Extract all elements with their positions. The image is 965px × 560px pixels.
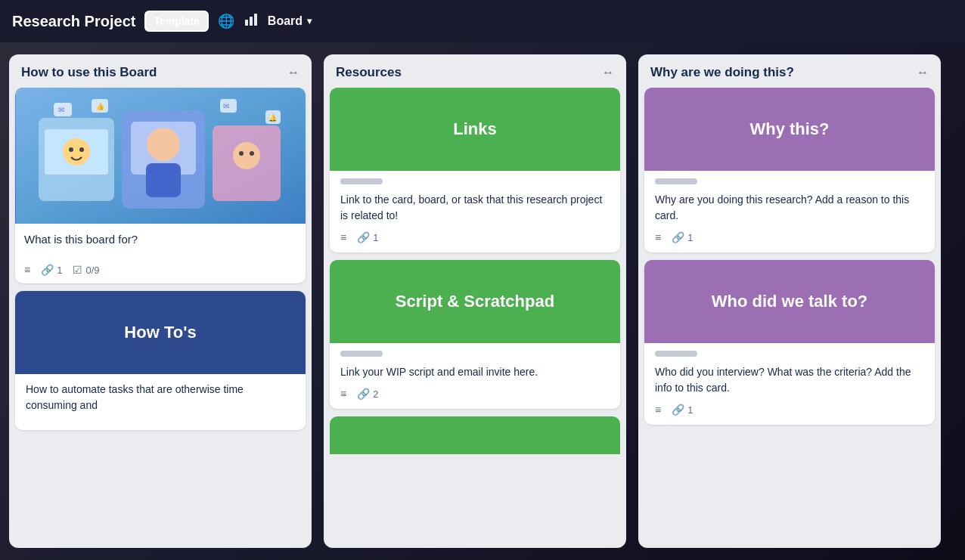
column-content-2: Links Link to the card, board, or task t… bbox=[324, 88, 626, 548]
card-description-meta: ≡ bbox=[24, 264, 30, 276]
attachment-icon-3: 🔗 bbox=[357, 388, 370, 400]
attachment-icon: 🔗 bbox=[41, 264, 54, 276]
template-badge[interactable]: Template bbox=[144, 11, 208, 32]
svg-point-15 bbox=[239, 151, 244, 156]
card-howtos-title: How To's bbox=[124, 322, 196, 344]
card-whotalked-body: Who did you interview? What was the crit… bbox=[644, 343, 935, 425]
chevron-down-icon: ▾ bbox=[307, 16, 312, 26]
card-links-body: Link to the card, board, or task that th… bbox=[330, 171, 620, 252]
column-header-1: How to use this Board ↔ bbox=[9, 54, 312, 88]
svg-rect-1 bbox=[250, 17, 253, 26]
attachment-count-2: 1 bbox=[373, 232, 378, 243]
attachment-icon-2: 🔗 bbox=[357, 231, 370, 243]
column-how-to-use: How to use this Board ↔ bbox=[9, 54, 312, 548]
checklist-count: 0/9 bbox=[85, 265, 99, 276]
card-cover-image: ✉ 👍 ✉ 🔔 bbox=[15, 88, 306, 224]
card-script-title: Script & Scratchpad bbox=[396, 291, 554, 313]
expand-icon-3: ↔ bbox=[917, 66, 929, 79]
header: Research Project Template 🌐 Board ▾ bbox=[0, 0, 965, 42]
card-title-1: What is this board for? bbox=[24, 231, 296, 247]
project-title: Research Project bbox=[12, 13, 135, 30]
card-why-this[interactable]: Why this? Why are you doing this researc… bbox=[644, 88, 935, 252]
column-header-3: Why are we doing this? ↔ bbox=[638, 54, 941, 88]
card-links[interactable]: Links Link to the card, board, or task t… bbox=[330, 88, 620, 252]
attachment-count-4: 1 bbox=[687, 232, 693, 243]
svg-point-14 bbox=[233, 142, 260, 169]
card-partial-preview[interactable] bbox=[330, 416, 620, 454]
card-whythis-footer: ≡ 🔗 1 bbox=[655, 231, 924, 243]
column-actions-2[interactable]: ↔ bbox=[602, 66, 614, 79]
card-howtos-cover: How To's bbox=[15, 291, 306, 374]
card-whotalked-description: Who did you interview? What was the crit… bbox=[655, 364, 924, 396]
card-whythis-title: Why this? bbox=[749, 119, 829, 141]
card-footer-1: ≡ 🔗 1 ☑ 0/9 bbox=[15, 261, 306, 283]
card-description-bar-2 bbox=[340, 351, 383, 357]
card-whythis-cover: Why this? bbox=[644, 88, 935, 171]
card-links-footer: ≡ 🔗 1 bbox=[340, 231, 610, 243]
card-links-cover: Links bbox=[330, 88, 620, 171]
column-title-3: Why are we doing this? bbox=[650, 65, 794, 80]
card-how-tos[interactable]: How To's How to automate tasks that are … bbox=[15, 291, 306, 430]
column-actions-1[interactable]: ↔ bbox=[287, 66, 299, 79]
card-script-footer: ≡ 🔗 2 bbox=[340, 388, 610, 400]
attachment-icon-4: 🔗 bbox=[672, 231, 684, 243]
svg-point-11 bbox=[147, 128, 180, 161]
card-script-cover: Script & Scratchpad bbox=[330, 260, 620, 343]
card-howtos-body: How to automate tasks that are otherwise… bbox=[15, 374, 306, 430]
column-content-1: ✉ 👍 ✉ 🔔 What is this board for? ≡ bbox=[9, 88, 312, 548]
svg-point-8 bbox=[79, 147, 84, 152]
svg-rect-12 bbox=[146, 163, 181, 197]
card-whotalked-title: Who did we talk to? bbox=[712, 291, 868, 313]
card-whythis-body: Why are you doing this research? Add a r… bbox=[644, 171, 935, 252]
board-label: Board bbox=[268, 14, 303, 28]
attachment-count-3: 2 bbox=[373, 388, 378, 400]
svg-point-7 bbox=[69, 147, 73, 152]
card-whotalked-footer: ≡ 🔗 1 bbox=[655, 404, 924, 416]
svg-text:✉: ✉ bbox=[223, 102, 229, 110]
svg-text:👍: 👍 bbox=[96, 102, 105, 111]
svg-point-6 bbox=[63, 138, 90, 166]
column-header-2: Resources ↔ bbox=[324, 54, 626, 88]
description-icon-4: ≡ bbox=[655, 231, 661, 243]
description-icon-5: ≡ bbox=[655, 404, 661, 416]
svg-rect-0 bbox=[245, 20, 248, 26]
attachment-count-5: 1 bbox=[687, 404, 693, 416]
card-howtos-description: How to automate tasks that are otherwise… bbox=[26, 382, 295, 413]
board-selector[interactable]: Board ▾ bbox=[268, 14, 312, 28]
checklist-icon: ☑ bbox=[73, 264, 82, 276]
card-description-bar-3 bbox=[655, 178, 697, 184]
description-icon-2: ≡ bbox=[340, 231, 346, 243]
card-script-description: Link your WIP script and email invite he… bbox=[340, 364, 610, 380]
card-whotalked-cover: Who did we talk to? bbox=[644, 260, 935, 343]
card-links-title: Links bbox=[453, 119, 496, 141]
svg-rect-2 bbox=[254, 14, 257, 26]
card-script-body: Link your WIP script and email invite he… bbox=[330, 343, 620, 409]
expand-icon-2: ↔ bbox=[602, 66, 614, 79]
card-who-talked[interactable]: Who did we talk to? Who did you intervie… bbox=[644, 260, 935, 425]
board-area: How to use this Board ↔ bbox=[0, 42, 965, 560]
card-what-is-board[interactable]: ✉ 👍 ✉ 🔔 What is this board for? ≡ bbox=[15, 88, 306, 283]
card-body-1: What is this board for? bbox=[15, 224, 306, 261]
svg-point-16 bbox=[250, 151, 254, 156]
card-links-description: Link to the card, board, or task that th… bbox=[340, 192, 610, 224]
column-resources: Resources ↔ Links Link to the card, boar… bbox=[324, 54, 626, 548]
column-title-1: How to use this Board bbox=[21, 65, 157, 80]
card-description-bar-4 bbox=[655, 351, 697, 357]
card-checklist-meta: ☑ 0/9 bbox=[73, 264, 99, 276]
attachment-icon-5: 🔗 bbox=[672, 404, 684, 416]
column-actions-3[interactable]: ↔ bbox=[917, 66, 929, 79]
attachment-count: 1 bbox=[57, 265, 62, 276]
card-script[interactable]: Script & Scratchpad Link your WIP script… bbox=[330, 260, 620, 409]
card-description-bar bbox=[340, 178, 383, 184]
globe-icon[interactable]: 🌐 bbox=[218, 13, 234, 29]
column-content-3: Why this? Why are you doing this researc… bbox=[638, 88, 941, 548]
column-why: Why are we doing this? ↔ Why this? Why a… bbox=[638, 54, 941, 548]
card-attachment-meta: 🔗 1 bbox=[41, 264, 62, 276]
bar-chart-icon[interactable] bbox=[244, 12, 259, 31]
description-icon-3: ≡ bbox=[340, 388, 346, 400]
expand-icon-1: ↔ bbox=[287, 66, 299, 79]
column-title-2: Resources bbox=[336, 65, 402, 80]
svg-text:🔔: 🔔 bbox=[268, 113, 278, 122]
card-whythis-description: Why are you doing this research? Add a r… bbox=[655, 192, 924, 224]
description-icon: ≡ bbox=[24, 264, 30, 276]
